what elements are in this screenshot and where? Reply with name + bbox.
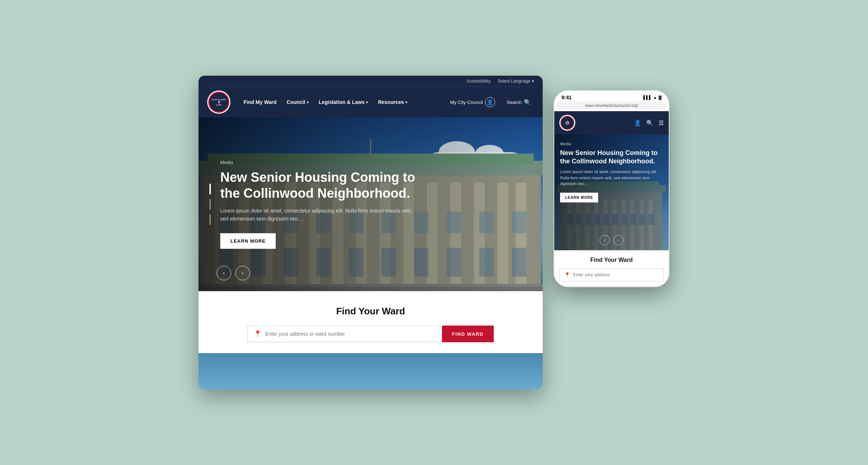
- phone-ward-input[interactable]: [573, 269, 659, 281]
- resources-chevron-icon: ▾: [405, 100, 407, 104]
- search-icon: 🔍: [524, 99, 531, 106]
- language-selector[interactable]: Select Language ▾: [498, 79, 534, 84]
- logo-inner: CLEVELAND ⚙ 1796: [208, 92, 229, 113]
- phone-url-bar[interactable]: www.clevelandcitycouncil.org/: [557, 102, 666, 109]
- main-scene: Accessibility Select Language ▾ CLEVELAN…: [199, 76, 669, 389]
- battery-icon: ▓: [659, 95, 662, 100]
- logo-seal: ⚙: [218, 101, 220, 104]
- phone-location-pin-icon: 📍: [564, 272, 570, 278]
- user-icon: 👤: [485, 97, 495, 107]
- phone-user-icon[interactable]: 👤: [634, 120, 641, 126]
- hero-next-button[interactable]: ›: [235, 266, 250, 280]
- nav-legislation-label: Legislation & Laws: [319, 99, 365, 105]
- phone-hero-tag: Media: [560, 142, 663, 146]
- nav-council-label: Council: [287, 99, 305, 105]
- phone-nav-icons: 👤 🔍 ☰: [634, 120, 664, 126]
- search-label: Search: [507, 100, 522, 105]
- language-chevron-icon: ▾: [532, 79, 534, 84]
- ward-input-wrapper: 📍: [247, 326, 442, 342]
- nav-legislation[interactable]: Legislation & Laws ▾: [314, 96, 372, 109]
- my-city-council-link[interactable]: My City Council 👤: [447, 95, 498, 109]
- wifi-icon: ▲: [653, 95, 657, 100]
- hero-section: Media New Senior Housing Coming to the C…: [199, 117, 543, 291]
- nav-find-my-ward[interactable]: Find My Ward: [239, 96, 281, 109]
- hero-prev-button[interactable]: ‹: [217, 266, 231, 280]
- legislation-chevron-icon: ▾: [366, 100, 368, 104]
- navbar-top-bar: Accessibility Select Language ▾: [207, 76, 534, 87]
- phone-menu-icon[interactable]: ☰: [659, 120, 664, 126]
- site-logo[interactable]: CLEVELAND ⚙ 1796: [207, 91, 230, 114]
- find-ward-title: Find Your Ward: [207, 306, 534, 317]
- nav-resources[interactable]: Resources ▾: [374, 96, 412, 109]
- hero-content: Media New Senior Housing Coming to the C…: [199, 117, 452, 291]
- phone-hero-content: Media New Senior Housing Coming to the C…: [554, 134, 669, 250]
- bottom-section: [199, 353, 543, 389]
- nav-council[interactable]: Council ▾: [282, 96, 313, 109]
- signal-icon: ▌▌▌: [643, 95, 652, 100]
- ward-address-input[interactable]: [265, 326, 436, 342]
- location-pin-icon: 📍: [254, 330, 262, 338]
- phone-learn-more-button[interactable]: LEARN MORE: [560, 193, 598, 202]
- phone-ward-input-wrapper: 📍: [559, 268, 664, 281]
- phone-hero-navigation: ‹ ›: [600, 235, 623, 245]
- council-chevron-icon: ▾: [307, 100, 309, 104]
- phone-find-ward-section: Find Your Ward 📍: [554, 250, 669, 286]
- language-label: Select Language: [498, 79, 530, 84]
- phone-hero-next-button[interactable]: ›: [613, 235, 623, 245]
- phone-navbar: ⚙ 👤 🔍 ☰: [554, 111, 669, 134]
- phone-find-ward-title: Find Your Ward: [559, 257, 664, 263]
- phone-status-bar: 9:41 ▌▌▌ ▲ ▓: [554, 91, 669, 102]
- desktop-browser: Accessibility Select Language ▾ CLEVELAN…: [199, 76, 543, 389]
- search-link[interactable]: Search 🔍: [504, 97, 534, 108]
- nav-links: Find My Ward Council ▾ Legislation & Law…: [239, 96, 439, 109]
- logo-year: 1796: [216, 104, 221, 106]
- phone-hero-description: Lorem ipsum dolor sit amet, consectetur …: [560, 169, 663, 187]
- learn-more-button[interactable]: LEARN MORE: [220, 233, 276, 249]
- phone-status-icons: ▌▌▌ ▲ ▓: [643, 95, 662, 100]
- navbar-right-group: My City Council 👤 Search 🔍: [447, 95, 534, 109]
- hero-navigation: ‹ ›: [217, 266, 250, 280]
- nav-resources-label: Resources: [378, 99, 404, 105]
- find-ward-section: Find Your Ward 📍 FIND WARD: [199, 291, 543, 353]
- phone-logo-inner: ⚙: [560, 116, 574, 130]
- nav-links-group: Find My Ward Council ▾ Legislation & Law…: [239, 96, 439, 109]
- find-ward-button[interactable]: FIND WARD: [442, 326, 494, 342]
- mobile-phone: 9:41 ▌▌▌ ▲ ▓ www.clevelandcitycouncil.or…: [554, 90, 669, 287]
- phone-hero-section: Media New Senior Housing Coming to the C…: [554, 134, 669, 250]
- hero-title: New Senior Housing Coming to the Collinw…: [220, 169, 430, 201]
- phone-hero-title: New Senior Housing Coming to the Collinw…: [560, 149, 663, 165]
- hero-description: Lorem ipsum dolor sit amet, consectetur …: [220, 207, 416, 223]
- phone-time: 9:41: [562, 95, 572, 100]
- phone-search-icon[interactable]: 🔍: [646, 120, 654, 126]
- phone-logo[interactable]: ⚙: [559, 115, 575, 131]
- navbar-main-bar: CLEVELAND ⚙ 1796 Find My Ward Council ▾ …: [207, 87, 534, 117]
- hero-tag: Media: [220, 160, 430, 165]
- phone-hero-prev-button[interactable]: ‹: [600, 235, 610, 245]
- find-ward-form: 📍 FIND WARD: [247, 326, 494, 342]
- desktop-navbar: Accessibility Select Language ▾ CLEVELAN…: [199, 76, 543, 117]
- my-city-council-label: My City Council: [450, 100, 483, 105]
- accessibility-link[interactable]: Accessibility: [467, 79, 491, 84]
- phone-logo-icon: ⚙: [565, 120, 570, 126]
